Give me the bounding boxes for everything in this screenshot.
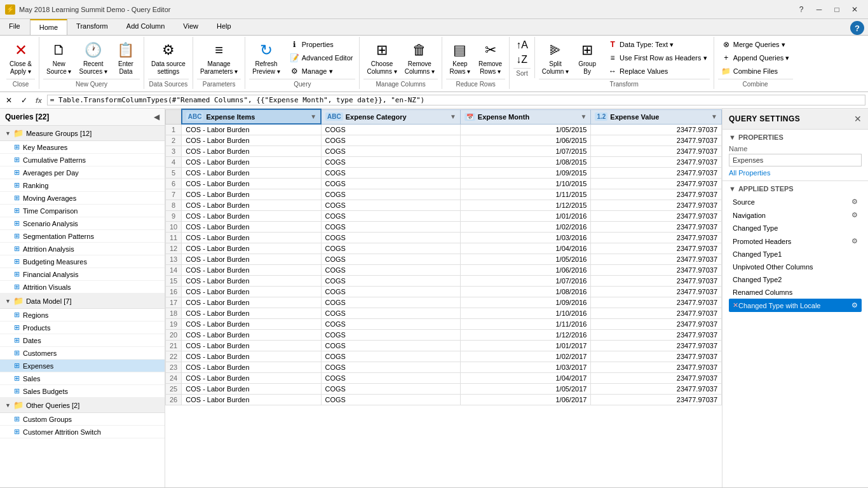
sidebar-item-dates[interactable]: ⊞ Dates <box>0 334 165 347</box>
qs-steps-collapse[interactable]: ▼ <box>729 185 736 193</box>
sort-desc-button[interactable]: ↓Z <box>513 53 531 67</box>
sidebar-item-time-comparison[interactable]: ⊞ Time Comparison <box>0 205 165 217</box>
sidebar-item-cumulative-patterns[interactable]: ⊞ Cumulative Patterns <box>0 154 165 166</box>
sidebar-group-measure-groups-header[interactable]: ▼ 📁 Measure Groups [12] <box>0 126 165 141</box>
col-header-expense-category[interactable]: ABC Expense Category ▼ <box>321 109 460 124</box>
keep-rows-button[interactable]: ▤ KeepRows ▾ <box>446 38 474 78</box>
qs-step-source[interactable]: Source⚙ <box>729 195 862 208</box>
sidebar-item-sales-budgets[interactable]: ⊞ Sales Budgets <box>0 385 165 398</box>
sidebar-item-regions[interactable]: ⊞ Regions <box>0 309 165 322</box>
step-name: Changed Type <box>733 224 858 232</box>
close-button[interactable]: ✕ <box>846 3 863 17</box>
manage-button[interactable]: ⚙ Manage ▾ <box>287 65 356 78</box>
col-filter-expense-items[interactable]: ▼ <box>310 113 316 120</box>
qs-close-button[interactable]: ✕ <box>854 114 862 124</box>
sidebar-item-customer-attrition-switch[interactable]: ⊞ Customer Attrition Switch <box>0 426 165 438</box>
sidebar-item-segmentation-patterns[interactable]: ⊞ Segmentation Patterns <box>0 230 165 243</box>
expense-items-cell: COS - Labor Burden <box>182 254 321 265</box>
remove-columns-button[interactable]: 🗑 RemoveColumns ▾ <box>402 38 438 78</box>
help-button[interactable]: ? <box>793 3 810 17</box>
sidebar-item-averages-per-day[interactable]: ⊞ Averages per Day <box>0 166 165 179</box>
sidebar-item-custom-groups[interactable]: ⊞ Custom Groups <box>0 413 165 426</box>
tab-home[interactable]: Home <box>30 19 67 35</box>
sidebar-item-financial-analysis[interactable]: ⊞ Financial Analysis <box>0 268 165 281</box>
tab-transform[interactable]: Transform <box>67 19 118 35</box>
sidebar-item-sales[interactable]: ⊞ Sales <box>0 372 165 385</box>
sidebar-group-data-model-header[interactable]: ▼ 📁 Data Model [7] <box>0 294 165 309</box>
qs-name-input[interactable] <box>729 154 862 166</box>
sidebar-item-moving-averages[interactable]: ⊞ Moving Averages <box>0 192 165 205</box>
sidebar-item-attrition-visuals[interactable]: ⊞ Attrition Visuals <box>0 281 165 294</box>
step-gear-icon[interactable]: ⚙ <box>851 237 858 245</box>
sort-asc-button[interactable]: ↑A <box>513 38 531 52</box>
maximize-button[interactable]: □ <box>829 3 845 17</box>
col-filter-expense-category[interactable]: ▼ <box>450 113 456 120</box>
close-apply-button[interactable]: ✕ Close &Apply ▾ <box>6 38 35 78</box>
sidebar-item-products[interactable]: ⊞ Products <box>0 322 165 334</box>
data-type-icon: T <box>607 39 618 50</box>
qs-step-changed-type1[interactable]: Changed Type1 <box>729 248 862 261</box>
recent-sources-button[interactable]: 🕐 RecentSources ▾ <box>76 38 110 78</box>
minimize-button[interactable]: ─ <box>811 3 827 17</box>
sidebar-item-budgeting-measures[interactable]: ⊞ Budgeting Measures <box>0 255 165 268</box>
step-gear-icon[interactable]: ⚙ <box>851 301 858 309</box>
new-source-button[interactable]: 🗋 NewSource ▾ <box>43 38 74 78</box>
sidebar-item-scenario-analysis[interactable]: ⊞ Scenario Analysis <box>0 217 165 230</box>
col-filter-expense-value[interactable]: ▼ <box>711 113 717 120</box>
properties-button[interactable]: ℹ Properties <box>287 38 356 51</box>
sidebar-item-key-measures[interactable]: ⊞ Key Measures <box>0 141 165 154</box>
sidebar-item-attrition-analysis[interactable]: ⊞ Attrition Analysis <box>0 243 165 255</box>
qs-step-changed-type2[interactable]: Changed Type2 <box>729 273 862 286</box>
sidebar-item-ranking[interactable]: ⊞ Ranking <box>0 179 165 192</box>
choose-columns-button[interactable]: ⊞ ChooseColumns ▾ <box>363 38 400 78</box>
qs-all-properties-link[interactable]: All Properties <box>729 169 770 177</box>
advanced-editor-button[interactable]: 📝 Advanced Editor <box>287 51 356 64</box>
table-icon: ⊞ <box>14 168 20 177</box>
data-grid-container[interactable]: ABC Expense Items ▼ ABC Expense Category… <box>165 109 722 487</box>
enter-data-button[interactable]: 📋 EnterData <box>112 38 140 78</box>
formula-confirm-button[interactable]: ✓ <box>18 94 31 107</box>
group-by-button[interactable]: ⊞ GroupBy <box>573 38 601 78</box>
use-first-row-button[interactable]: ≡ Use First Row as Headers ▾ <box>605 51 709 64</box>
sidebar-item-expenses[interactable]: ⊞ Expenses <box>0 360 165 372</box>
data-type-button[interactable]: T Data Type: Text ▾ <box>605 38 709 51</box>
tab-view[interactable]: View <box>174 19 208 35</box>
tab-help[interactable]: Help <box>208 19 241 35</box>
sidebar-collapse-button[interactable]: ◀ <box>154 112 159 121</box>
step-gear-icon[interactable]: ⚙ <box>851 211 858 219</box>
qs-step-changed-type[interactable]: Changed Type <box>729 222 862 234</box>
group-parameters-label: Parameters <box>197 79 241 88</box>
formula-cancel-button[interactable]: ✕ <box>3 94 15 107</box>
append-queries-button[interactable]: + Append Queries ▾ <box>719 51 792 64</box>
qs-step-promoted-headers[interactable]: Promoted Headers⚙ <box>729 234 862 248</box>
merge-queries-button[interactable]: ⊗ Merge Queries ▾ <box>719 38 792 51</box>
ribbon-group-parameters: ≡ ManageParameters ▾ Parameters <box>193 37 245 89</box>
manage-parameters-button[interactable]: ≡ ManageParameters ▾ <box>197 38 241 78</box>
sidebar-item-customers[interactable]: ⊞ Customers <box>0 347 165 360</box>
col-header-expense-items[interactable]: ABC Expense Items ▼ <box>182 109 321 124</box>
tab-file[interactable]: File <box>0 19 30 35</box>
qs-properties-collapse[interactable]: ▼ <box>729 133 736 141</box>
split-column-button[interactable]: ⫸ SplitColumn ▾ <box>539 38 572 78</box>
qs-step-navigation[interactable]: Navigation⚙ <box>729 208 862 222</box>
col-filter-expense-month[interactable]: ▼ <box>580 113 587 120</box>
tab-add-column[interactable]: Add Column <box>118 19 175 35</box>
formula-input[interactable] <box>47 95 865 105</box>
data-source-settings-button[interactable]: ⚙ Data sourcesettings <box>148 38 189 78</box>
qs-step-unpivoted-other-columns[interactable]: Unpivoted Other Columns <box>729 261 862 273</box>
qs-step-renamed-columns[interactable]: Renamed Columns <box>729 286 862 299</box>
remove-rows-button[interactable]: ✂ RemoveRows ▾ <box>475 38 505 78</box>
qs-step-changed-type-locale[interactable]: ✕Changed Type with Locale⚙ <box>729 299 862 312</box>
col-header-expense-value[interactable]: 1.2 Expense Value ▼ <box>591 109 722 124</box>
expense-month-cell: 1/09/2016 <box>460 297 591 308</box>
step-gear-icon[interactable]: ⚙ <box>851 198 858 206</box>
combine-files-button[interactable]: 📁 Combine Files <box>719 65 792 78</box>
help-circle-button[interactable]: ? <box>850 21 864 35</box>
window-title: May 2018 Learning Summit Demo - Query Ed… <box>19 6 170 13</box>
sidebar-group-other-queries-header[interactable]: ▼ 📁 Other Queries [2] <box>0 398 165 413</box>
replace-values-button[interactable]: ↔ Replace Values <box>605 65 709 78</box>
col-header-expense-month[interactable]: 📅 Expense Month ▼ <box>460 109 591 124</box>
refresh-preview-button[interactable]: ↻ RefreshPreview ▾ <box>249 38 283 78</box>
expense-items-cell: COS - Labor Burden <box>182 146 321 157</box>
step-name: Source <box>733 198 851 206</box>
